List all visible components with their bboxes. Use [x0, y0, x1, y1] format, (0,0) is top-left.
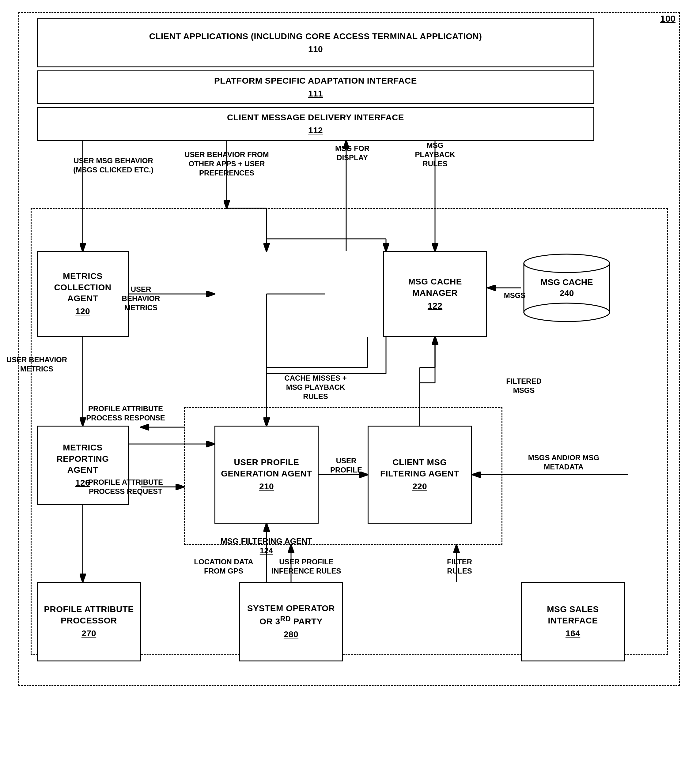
platform-adapter-title: PLATFORM SPECIFIC ADAPTATION INTERFACE: [214, 75, 417, 87]
msg-for-display-label: MSG FOR DISPLAY: [325, 144, 380, 162]
user-behavior-metrics2-label: USER BEHAVIOR METRICS: [113, 285, 168, 312]
metrics-collection-ref: 120: [75, 306, 90, 317]
msg-cache-text: MSG CACHE 240: [537, 277, 596, 299]
location-data-label: LOCATION DATA FROM GPS: [190, 557, 257, 576]
filter-rules-label: FILTER RULES: [435, 557, 484, 576]
msg-sales-interface-box: MSG SALES INTERFACE 164: [521, 582, 625, 661]
system-operator-title: SYSTEM OPERATOR OR 3RD PARTY: [243, 603, 339, 627]
platform-adapter-box: PLATFORM SPECIFIC ADAPTATION INTERFACE 1…: [37, 70, 594, 104]
filtered-msgs-label: FILTERED MSGS: [496, 377, 552, 395]
svg-point-2: [524, 303, 610, 321]
svg-point-1: [524, 254, 610, 273]
profile-attr-processor-title: PROFILE ATTRIBUTE PROCESSOR: [41, 604, 137, 626]
client-apps-ref: 110: [308, 44, 323, 55]
profile-attr-response-label: PROFILE ATTRIBUTE PROCESS RESPONSE: [83, 404, 168, 423]
user-behavior-metrics-label: USER BEHAVIOR METRICS: [6, 355, 67, 374]
msg-cache-drum: MSG CACHE 240: [521, 251, 613, 325]
client-msg-delivery-ref: 112: [308, 125, 323, 136]
platform-adapter-ref: 111: [308, 88, 323, 99]
msg-sales-interface-title: MSG SALES INTERFACE: [525, 604, 621, 626]
diagram: 100 CLIENT APPLICATIONS (INCLUDING CORE …: [0, 0, 700, 779]
msg-cache-manager-title: MSG CACHE MANAGER: [387, 276, 483, 298]
profile-attr-request-label: PROFILE ATTRIBUTE PROCESS REQUEST: [83, 478, 168, 496]
metrics-reporting-title: METRICS REPORTING AGENT: [41, 442, 125, 476]
user-behavior-other-label: USER BEHAVIOR FROM OTHER APPS + USER PRE…: [178, 150, 276, 178]
msg-cache-manager-ref: 122: [428, 300, 442, 311]
msg-cache-manager-box: MSG CACHE MANAGER 122: [383, 251, 487, 337]
msg-filtering-agent-label: MSG FILTERING AGENT 124: [220, 536, 312, 556]
client-msg-delivery-box: CLIENT MESSAGE DELIVERY INTERFACE 112: [37, 107, 594, 141]
cache-misses-label: CACHE MISSES + MSG PLAYBACK RULES: [276, 374, 355, 401]
client-apps-box: CLIENT APPLICATIONS (INCLUDING CORE ACCE…: [37, 18, 594, 67]
client-apps-title: CLIENT APPLICATIONS (INCLUDING CORE ACCE…: [149, 31, 482, 42]
msgs-label: MSGS: [496, 291, 533, 300]
msgs-and-or-label: MSGS AND/OR MSG METADATA: [527, 453, 600, 471]
system-operator-box: SYSTEM OPERATOR OR 3RD PARTY 280: [239, 582, 343, 661]
user-profile-label: USER PROFILE: [325, 456, 368, 474]
ref-100: 100: [660, 13, 675, 24]
msg-filtering-dashed-box: [184, 407, 502, 545]
profile-attr-processor-ref: 270: [82, 628, 96, 639]
user-msg-behavior-label: USER MSG BEHAVIOR (MSGS CLICKED ETC.): [67, 156, 159, 175]
user-profile-inference-label: USER PROFILE INFERENCE RULES: [270, 557, 343, 576]
metrics-collection-title: METRICS COLLECTION AGENT: [41, 271, 125, 304]
msg-playback-rules-label: MSG PLAYBACK RULES: [407, 141, 463, 168]
profile-attr-processor-box: PROFILE ATTRIBUTE PROCESSOR 270: [37, 582, 141, 661]
client-msg-delivery-title: CLIENT MESSAGE DELIVERY INTERFACE: [227, 112, 404, 123]
system-operator-ref: 280: [284, 629, 298, 640]
msg-sales-interface-ref: 164: [565, 628, 580, 639]
